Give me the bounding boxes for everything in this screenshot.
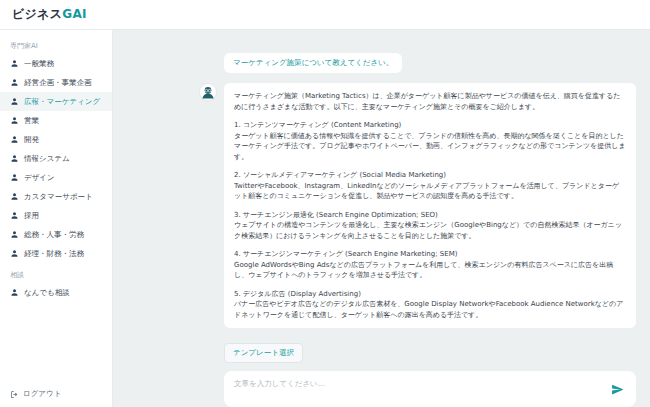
sidebar-item-consult-0[interactable]: なんでも相談 — [0, 283, 112, 302]
sidebar-item-expert-7[interactable]: カスタマーサポート — [0, 187, 112, 206]
person-icon — [10, 249, 19, 258]
user-message-row: マーケティング施策について教えてください。 — [224, 50, 636, 73]
logo-accent-text: GAI — [62, 7, 87, 21]
sidebar-item-expert-6[interactable]: デザイン — [0, 168, 112, 187]
sidebar-item-label: 経理・財務・法務 — [24, 249, 84, 259]
ai-message-section: 1. コンテンツマーケティング (Content Marketing)ターゲット… — [234, 120, 626, 162]
logout-button[interactable]: ログアウト — [10, 389, 61, 399]
ai-message-section: 3. サーチエンジン最適化 (Search Engine Optimizatio… — [234, 210, 626, 242]
app-logo: ビジネスGAI — [12, 6, 87, 23]
sidebar-item-label: 営業 — [24, 116, 39, 126]
person-icon — [10, 192, 19, 201]
sidebar-item-expert-8[interactable]: 採用 — [0, 206, 112, 225]
app-window: ビジネスGAI 専門家AI 一般業務経営企画・事業企画広報・マーケティング営業開… — [0, 0, 650, 407]
person-icon — [10, 230, 19, 239]
logout-label: ログアウト — [23, 389, 61, 399]
ai-section-title: 1. コンテンツマーケティング (Content Marketing) — [234, 120, 626, 131]
person-icon — [10, 97, 19, 106]
chat-area: マーケティング施策について教えてください。 — [113, 30, 650, 407]
sidebar-consult-list: なんでも相談 — [0, 283, 112, 302]
person-icon — [10, 154, 19, 163]
app-header: ビジネスGAI — [0, 0, 650, 30]
sidebar-item-label: 採用 — [24, 211, 39, 221]
ai-section-body: ウェブサイトの構造やコンテンツを最適化し、主要な検索エンジン（GoogleやBi… — [234, 220, 626, 241]
person-icon — [10, 288, 19, 297]
sidebar-item-label: カスタマーサポート — [24, 192, 93, 202]
ai-message-sections: 1. コンテンツマーケティング (Content Marketing)ターゲット… — [234, 120, 626, 320]
sidebar-section-expert-ai: 専門家AI — [0, 34, 112, 54]
ai-message: マーケティング施策（Marketing Tactics）は、企業がターゲット顧客… — [224, 83, 636, 328]
ai-section-body: TwitterやFacebook、Instagram、LinkedInなどのソー… — [234, 181, 626, 202]
sidebar-section-consult: 相談 — [0, 263, 112, 283]
person-icon — [10, 116, 19, 125]
send-icon — [611, 383, 624, 396]
sidebar-item-expert-1[interactable]: 経営企画・事業企画 — [0, 73, 112, 92]
sidebar-item-expert-9[interactable]: 総務・人事・労務 — [0, 225, 112, 244]
ai-section-title: 2. ソーシャルメディアマーケティング (Social Media Market… — [234, 170, 626, 181]
sidebar-item-expert-2[interactable]: 広報・マーケティング — [0, 92, 112, 111]
sidebar: 専門家AI 一般業務経営企画・事業企画広報・マーケティング営業開発情報システムデ… — [0, 30, 113, 407]
person-icon — [10, 135, 19, 144]
user-message: マーケティング施策について教えてください。 — [224, 53, 402, 73]
sidebar-item-expert-5[interactable]: 情報システム — [0, 149, 112, 168]
ai-message-section: 5. デジタル広告 (Display Advertising)バナー広告やビデオ… — [234, 289, 626, 321]
sidebar-item-label: 総務・人事・労務 — [24, 230, 84, 240]
sidebar-item-expert-0[interactable]: 一般業務 — [0, 54, 112, 73]
person-icon — [10, 173, 19, 182]
message-input[interactable] — [234, 376, 601, 402]
ai-section-body: ターゲット顧客に価値ある情報や知識を提供することで、ブランドの信頼性を高め、長期… — [234, 131, 626, 163]
ai-section-title: 3. サーチエンジン最適化 (Search Engine Optimizatio… — [234, 210, 626, 221]
ai-section-body: Google AdWordsやBing Adsなどの広告プラットフォームを利用し… — [234, 260, 626, 281]
ai-message-section: 4. サーチエンジンマーケティング (Search Engine Marketi… — [234, 249, 626, 281]
sidebar-item-label: 情報システム — [24, 154, 70, 164]
send-button[interactable] — [609, 381, 626, 398]
sidebar-item-expert-10[interactable]: 経理・財務・法務 — [0, 244, 112, 263]
person-icon — [10, 78, 19, 87]
template-select-button[interactable]: テンプレート選択 — [224, 343, 303, 363]
sidebar-expert-list: 一般業務経営企画・事業企画広報・マーケティング営業開発情報システムデザインカスタ… — [0, 54, 112, 263]
person-icon — [10, 211, 19, 220]
sidebar-item-expert-4[interactable]: 開発 — [0, 130, 112, 149]
ai-section-title: 4. サーチエンジンマーケティング (Search Engine Marketi… — [234, 249, 626, 260]
ai-avatar-icon — [199, 83, 217, 101]
logo-text: ビジネス — [12, 7, 62, 21]
message-input-bar — [224, 371, 636, 407]
template-row: テンプレート選択 — [224, 340, 636, 363]
sidebar-item-expert-3[interactable]: 営業 — [0, 111, 112, 130]
ai-section-body: バナー広告やビデオ広告などのデジタル広告素材を、Google Display N… — [234, 299, 626, 320]
sidebar-item-label: 一般業務 — [24, 59, 54, 69]
sidebar-item-label: 広報・マーケティング — [24, 97, 100, 107]
sidebar-item-label: なんでも相談 — [24, 288, 70, 298]
logout-icon — [10, 390, 19, 399]
ai-message-section: 2. ソーシャルメディアマーケティング (Social Media Market… — [234, 170, 626, 202]
person-icon — [10, 59, 19, 68]
sidebar-item-label: 開発 — [24, 135, 39, 145]
sidebar-item-label: 経営企画・事業企画 — [24, 78, 92, 88]
ai-message-intro: マーケティング施策（Marketing Tactics）は、企業がターゲット顧客… — [234, 91, 626, 112]
ai-section-title: 5. デジタル広告 (Display Advertising) — [234, 289, 626, 300]
ai-message-row: マーケティング施策（Marketing Tactics）は、企業がターゲット顧客… — [199, 83, 636, 328]
sidebar-item-label: デザイン — [24, 173, 55, 183]
